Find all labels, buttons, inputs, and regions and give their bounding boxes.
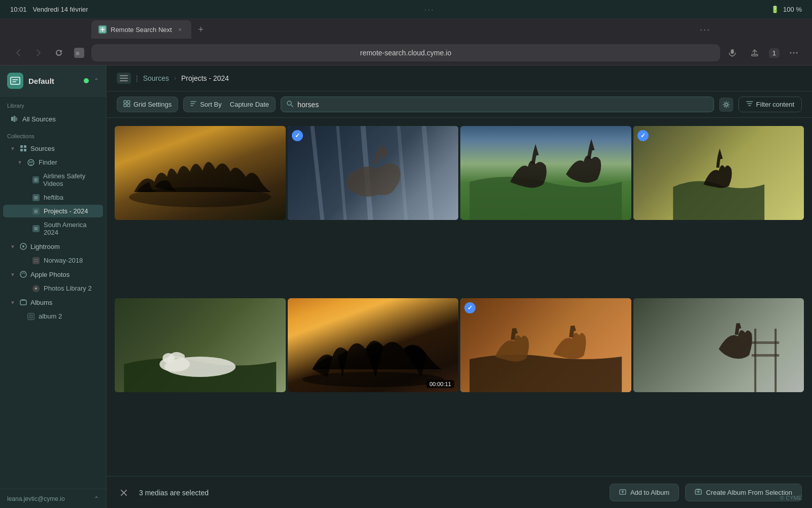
svg-point-18 xyxy=(31,161,33,163)
sort-value-label: Capture Date xyxy=(230,101,269,108)
media-check-4: ✓ xyxy=(637,130,649,141)
media-item-7[interactable]: ✓ xyxy=(460,298,631,392)
south-america-label: South America 2024 xyxy=(44,221,103,236)
sidebar-item-projects-2024[interactable]: ⊞ Projects - 2024 xyxy=(3,205,103,217)
sort-button[interactable]: Sort By Capture Date xyxy=(183,97,276,112)
new-tab-button[interactable]: + xyxy=(193,22,209,37)
sidebar-profile-name: Default xyxy=(28,77,79,85)
grid-settings-button[interactable]: Grid Settings xyxy=(117,97,178,112)
airlines-label: Airlines Safety Videos xyxy=(43,172,103,187)
share-button[interactable] xyxy=(747,45,763,61)
svg-text:⊞: ⊞ xyxy=(76,51,80,56)
norway-icon: □ xyxy=(32,257,40,264)
lightroom-label: Lightroom xyxy=(30,243,60,250)
dismiss-selection-button[interactable] xyxy=(117,486,131,500)
search-icon xyxy=(286,100,293,109)
breadcrumb-bar: | Sources › Projects - 2024 xyxy=(107,66,812,91)
svg-point-30 xyxy=(287,101,291,105)
browser-dots-menu[interactable]: ··· xyxy=(700,24,710,35)
browser-tab[interactable]: Remote Search Next × xyxy=(91,20,191,39)
media-item-2[interactable]: ✓ xyxy=(288,126,459,220)
filter-content-button[interactable]: Filter content xyxy=(738,97,802,112)
copyright: © CYME xyxy=(780,495,802,501)
breadcrumb-sources[interactable]: Sources xyxy=(143,74,169,82)
sidebar-item-lightroom[interactable]: ▼ Lightroom xyxy=(3,240,103,253)
svg-rect-44 xyxy=(774,329,776,392)
media-check-2: ✓ xyxy=(292,130,303,141)
search-input[interactable] xyxy=(297,101,708,109)
airlines-icon: ⊞ xyxy=(32,176,39,183)
svg-rect-23 xyxy=(120,75,128,76)
forward-button[interactable] xyxy=(30,45,47,61)
media-item-3[interactable] xyxy=(460,126,631,220)
tab-close-button[interactable]: × xyxy=(176,25,184,34)
sources-chevron-icon: ▼ xyxy=(10,146,16,151)
sidebar-item-photos-library[interactable]: ✦ Photos Library 2 xyxy=(3,282,103,295)
sidebar-footer: leana.jevtic@cyme.io ⌃ xyxy=(0,489,106,508)
album2-icon: □ xyxy=(27,313,35,320)
svg-point-5 xyxy=(790,52,792,54)
search-settings-button[interactable] xyxy=(719,98,733,112)
tab-count[interactable]: 1 xyxy=(769,48,780,58)
media-grid: ✓ xyxy=(107,118,812,476)
main-content: | Sources › Projects - 2024 Grid Setting… xyxy=(107,66,812,508)
more-button[interactable] xyxy=(786,45,802,61)
svg-rect-43 xyxy=(754,329,756,392)
svg-point-20 xyxy=(22,245,24,247)
refresh-button[interactable] xyxy=(51,45,67,61)
browser-chrome: Remote Search Next × + ··· ⊞ remote-sear… xyxy=(0,18,812,66)
sidebar-item-album2[interactable]: □ album 2 xyxy=(3,310,103,323)
back-button[interactable] xyxy=(10,45,26,61)
sidebar-toggle-button[interactable] xyxy=(117,73,131,84)
media-item-6[interactable]: 00:00:11 xyxy=(288,298,459,392)
svg-rect-14 xyxy=(20,149,23,151)
media-item-1[interactable] xyxy=(115,126,286,220)
media-item-4[interactable]: ✓ xyxy=(633,126,804,220)
tab-favicon xyxy=(98,25,107,34)
svg-rect-8 xyxy=(11,77,20,84)
sidebar-header[interactable]: Default ⌃ xyxy=(0,66,106,97)
svg-rect-11 xyxy=(16,117,17,121)
media-item-5[interactable] xyxy=(115,298,286,392)
sidebar-item-sources[interactable]: ▼ Sources xyxy=(3,142,103,155)
sidebar-item-airlines[interactable]: ⊞ Airlines Safety Videos xyxy=(3,170,103,190)
sidebar-item-finder[interactable]: ▼ Finder xyxy=(3,156,103,169)
url-bar[interactable]: remote-search.cloud.cyme.io xyxy=(91,44,720,61)
media-item-8[interactable] xyxy=(633,298,804,392)
svg-point-21 xyxy=(20,271,26,277)
sidebar-item-all-sources[interactable]: All Sources xyxy=(3,111,103,126)
media-duration-6: 00:00:11 xyxy=(426,380,454,388)
svg-rect-4 xyxy=(752,54,758,56)
sidebar-item-albums[interactable]: ▼ Albums xyxy=(3,296,103,309)
filter-content-label: Filter content xyxy=(756,101,794,108)
apple-photos-label: Apple Photos xyxy=(30,271,70,278)
apple-photos-chevron-icon: ▼ xyxy=(10,272,16,277)
translate-button[interactable]: ⊞ xyxy=(71,45,87,61)
svg-rect-46 xyxy=(752,354,779,357)
add-to-album-button[interactable]: Add to Album xyxy=(610,484,679,501)
toolbar: Grid Settings Sort By Capture Date xyxy=(107,91,812,118)
finder-icon xyxy=(27,159,35,166)
sidebar-item-heftiba[interactable]: ⊞ heftiba xyxy=(3,191,103,204)
svg-point-32 xyxy=(725,103,727,106)
svg-line-31 xyxy=(291,105,293,107)
bottom-bar: 3 medias are selected Add to Album Creat… xyxy=(107,476,812,508)
svg-rect-29 xyxy=(127,104,130,107)
url-text: remote-search.cloud.cyme.io xyxy=(97,49,714,57)
album2-label: album 2 xyxy=(39,312,62,320)
sidebar-item-apple-photos[interactable]: ▼ Apple Photos xyxy=(3,268,103,281)
footer-chevron-icon: ⌃ xyxy=(94,495,99,502)
create-album-label: Create Album From Selection xyxy=(706,489,792,496)
status-right: 🔋 100 % xyxy=(771,6,802,13)
tab-bar: Remote Search Next × + ··· xyxy=(0,18,812,41)
sidebar-item-south-america[interactable]: ⊞ South America 2024 xyxy=(3,218,103,239)
search-container[interactable] xyxy=(281,97,714,112)
lightroom-chevron-icon: ▼ xyxy=(10,244,16,249)
add-to-album-icon xyxy=(619,488,626,497)
svg-rect-27 xyxy=(127,101,130,103)
norway-label: Norway-2018 xyxy=(44,257,83,264)
sidebar-item-norway[interactable]: □ Norway-2018 xyxy=(3,254,103,267)
status-left: 10:01 Vendredi 14 février xyxy=(10,6,88,13)
heftiba-icon: ⊞ xyxy=(32,194,40,201)
microphone-button[interactable] xyxy=(724,45,740,61)
